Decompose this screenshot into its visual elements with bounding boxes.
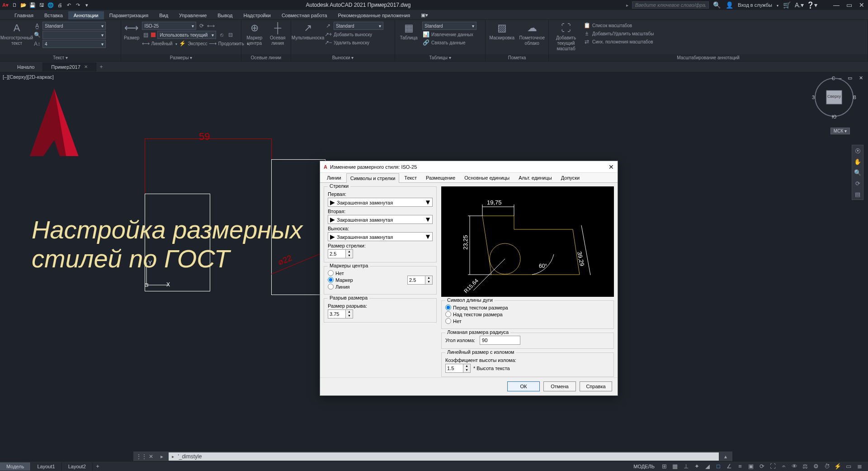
dimension-button[interactable]: ⟷ Размер bbox=[124, 22, 139, 41]
dlgtab-text[interactable]: Текст bbox=[400, 173, 421, 182]
dimstyle-combo[interactable]: ISO-25▾ bbox=[142, 22, 196, 30]
input-jog-height[interactable] bbox=[446, 365, 463, 371]
dimquick-icon[interactable]: ⚡ bbox=[179, 40, 186, 47]
tablestyle-combo[interactable]: Standard▾ bbox=[422, 22, 476, 30]
input-centermark-size[interactable] bbox=[408, 277, 425, 283]
dlgtab-arrows[interactable]: Символы и стрелки bbox=[346, 173, 400, 183]
qat-more-icon[interactable]: ▾ bbox=[83, 1, 90, 9]
nav-showmotion-icon[interactable]: ▤ bbox=[852, 189, 863, 200]
addleader-icon[interactable]: ↗+ bbox=[325, 31, 332, 38]
dialog-close-icon[interactable]: ✕ bbox=[609, 163, 614, 171]
status-annoautoscale-icon[interactable]: ⚖ bbox=[800, 462, 810, 471]
status-grid-icon[interactable]: ⊞ bbox=[659, 462, 669, 471]
command-input[interactable]: ▸ '_dimstyle bbox=[169, 452, 719, 461]
status-ws-icon[interactable]: ⚙ bbox=[811, 462, 821, 471]
radio-arc-before[interactable]: Перед текстом размера bbox=[445, 304, 610, 310]
dimquick-btn[interactable]: Экспресс bbox=[188, 41, 208, 46]
mtext-button[interactable]: A Многострочный текст bbox=[3, 22, 31, 46]
dimlayer-icon[interactable]: ▤ bbox=[142, 31, 149, 38]
restore-window-icon[interactable]: ▭ bbox=[844, 0, 854, 10]
addleader-btn[interactable]: Добавить выноску bbox=[334, 32, 372, 37]
removeleader-btn[interactable]: Удалить выноску bbox=[334, 40, 369, 45]
layouttab-1[interactable]: Layout1 bbox=[31, 462, 61, 471]
tab-parametric[interactable]: Параметризация bbox=[104, 11, 154, 19]
nav-wheel-icon[interactable]: ⦿ bbox=[852, 145, 863, 156]
combo-leader-arrow[interactable]: ▶Закрашенная замкнутая⯆ bbox=[328, 232, 433, 241]
removeleader-icon[interactable]: ↗− bbox=[325, 39, 332, 46]
app-menu-icon[interactable]: A.▾ bbox=[795, 0, 804, 10]
scaleaddrm-icon[interactable]: ± bbox=[583, 30, 590, 37]
layouttab-add-icon[interactable]: ＋ bbox=[93, 462, 103, 470]
dlgtab-primary[interactable]: Основные единицы bbox=[460, 173, 514, 182]
viewport-controls[interactable]: [–][Сверху][2D-каркас] bbox=[3, 74, 54, 80]
panel-table-title[interactable]: Таблицы ▾ bbox=[395, 54, 485, 61]
input-arrow-size[interactable] bbox=[328, 251, 345, 257]
dimlayer-combo[interactable]: Использовать текущий▾ bbox=[157, 31, 216, 39]
user-icon[interactable]: 👤 bbox=[725, 0, 734, 10]
cmd-expand-icon[interactable]: ▴ bbox=[722, 453, 730, 460]
status-cleanscreen-icon[interactable]: ▭ bbox=[844, 462, 854, 471]
mleader-button[interactable]: ↗ Мультивыноска bbox=[294, 22, 322, 41]
saveas-icon[interactable]: 🖫 bbox=[38, 1, 45, 9]
cmd-recent-icon[interactable]: ▸ bbox=[158, 453, 166, 460]
status-annomon-icon[interactable]: ⛶ bbox=[768, 462, 778, 471]
leaderstyle-icon[interactable]: ↗ bbox=[325, 22, 332, 29]
save-icon[interactable]: 💾 bbox=[29, 1, 36, 9]
close-window-icon[interactable]: ✕ bbox=[857, 0, 866, 10]
tab-view[interactable]: Вид bbox=[154, 11, 174, 19]
status-hw-icon[interactable]: ⚡ bbox=[833, 462, 843, 471]
signin-dropdown-icon[interactable] bbox=[776, 2, 778, 8]
viewcube-top-label[interactable]: Сверху bbox=[827, 94, 841, 99]
dlgtab-lines[interactable]: Линии bbox=[323, 173, 345, 182]
datalink-icon[interactable]: 🔗 bbox=[422, 39, 429, 46]
status-ortho-icon[interactable]: ⊥ bbox=[681, 462, 691, 471]
open-icon[interactable]: 📂 bbox=[20, 1, 27, 9]
spin-break-size[interactable]: ▲▼ bbox=[328, 309, 353, 319]
layouttab-model[interactable]: Модель bbox=[0, 462, 31, 471]
dimspace-icon[interactable]: ⊟ bbox=[227, 31, 234, 38]
spin-jog-height[interactable]: ▲▼ bbox=[445, 364, 471, 373]
layouttab-2[interactable]: Layout2 bbox=[62, 462, 93, 471]
tab-featured[interactable]: Рекомендованные приложения bbox=[333, 11, 416, 19]
spin-centermark-size[interactable]: ▲▼ bbox=[407, 276, 433, 285]
dimstylemgr-icon[interactable]: ⟷ bbox=[207, 22, 214, 29]
dimupdate-icon[interactable]: ⟳ bbox=[198, 22, 205, 29]
radio-arc-above[interactable]: Над текстом размера bbox=[445, 311, 610, 317]
dataextract-btn[interactable]: Извлечение данных bbox=[431, 32, 473, 37]
panel-leader-title[interactable]: Выноски ▾ bbox=[291, 54, 395, 61]
undo-icon[interactable]: ↶ bbox=[65, 1, 72, 9]
textheight-combo[interactable]: 4▾ bbox=[42, 40, 106, 48]
scalelist-btn[interactable]: Список масштабов bbox=[592, 23, 632, 28]
tab-addins[interactable]: Надстройки bbox=[238, 11, 276, 19]
revcloud-button[interactable]: ☁ Пометочное облако bbox=[519, 22, 546, 46]
dimlinear-btn[interactable]: Линейный bbox=[151, 41, 172, 46]
radio-arc-none[interactable]: Нет bbox=[445, 318, 610, 324]
tab-home[interactable]: Главная bbox=[9, 11, 39, 19]
dimcontinue-btn[interactable]: Продолжить bbox=[218, 41, 244, 46]
scalelist-icon[interactable]: 📋 bbox=[583, 22, 590, 29]
help-icon[interactable]: ❔▾ bbox=[807, 0, 816, 10]
minimize-window-icon[interactable]: — bbox=[832, 0, 841, 10]
tab-overflow-icon[interactable]: ▣▾ bbox=[415, 11, 434, 19]
status-osnap-icon[interactable]: □ bbox=[713, 462, 723, 471]
cart-icon[interactable]: 🛒 bbox=[782, 0, 791, 10]
textstyle-combo[interactable]: Standard▾ bbox=[42, 22, 106, 30]
status-trans-icon[interactable]: ▣ bbox=[746, 462, 756, 471]
cmd-handle-icon[interactable]: ⋮⋮ bbox=[136, 453, 144, 460]
radio-center-none[interactable]: Нет bbox=[328, 270, 353, 276]
table-button[interactable]: ▦ Таблица bbox=[398, 22, 420, 41]
centermark-button[interactable]: ⊕ Маркер центра bbox=[244, 22, 265, 46]
textstyle-icon[interactable]: A̲ bbox=[33, 22, 41, 29]
keyword-search-input[interactable] bbox=[632, 1, 709, 9]
help-button[interactable]: Справка bbox=[580, 381, 612, 391]
tab-manage[interactable]: Управление bbox=[174, 11, 212, 19]
cmd-close-icon[interactable]: ✕ bbox=[147, 453, 155, 460]
status-polar-icon[interactable]: ✦ bbox=[692, 462, 702, 471]
coord-system-label[interactable]: МСК ▾ bbox=[830, 128, 850, 134]
model-viewport[interactable]: — ▭ ✕ [–][Сверху][2D-каркас] 59 ⌀22 bbox=[0, 72, 868, 451]
spin-arrow-size[interactable]: ▲▼ bbox=[328, 249, 353, 258]
dlgtab-fit[interactable]: Размещение bbox=[422, 173, 459, 182]
input-jog-angle[interactable] bbox=[480, 336, 520, 345]
nav-pan-icon[interactable]: ✋ bbox=[852, 156, 863, 167]
status-otrack-icon[interactable]: ∠ bbox=[724, 462, 734, 471]
